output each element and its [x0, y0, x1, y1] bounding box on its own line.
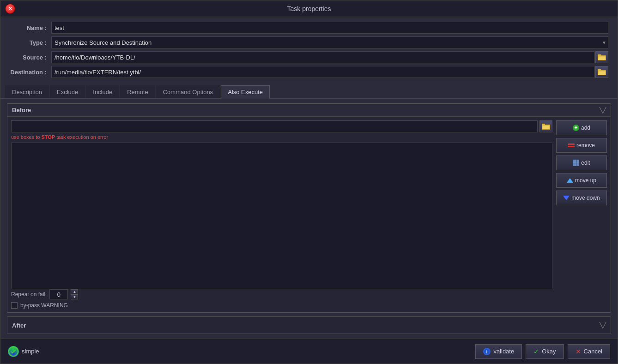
simple-button[interactable]: simple	[8, 346, 39, 357]
source-label: Source :	[10, 54, 51, 61]
destination-input-group	[51, 66, 608, 78]
name-label: Name :	[10, 24, 51, 31]
svg-marker-3	[598, 57, 606, 60]
tab-description[interactable]: Description	[5, 85, 49, 98]
folder-icon	[542, 123, 550, 130]
tab-also-execute[interactable]: Also Execute	[221, 85, 270, 99]
command-list[interactable]	[11, 143, 552, 289]
edit-label: edit	[581, 160, 590, 166]
warning-text: use boxes to STOP task execution on erro…	[11, 134, 552, 140]
tab-include[interactable]: Include	[86, 85, 119, 98]
after-collapse-icon[interactable]: ╲╱	[600, 322, 606, 328]
main-content: Before ╲╱	[0, 99, 618, 339]
bypass-checkbox[interactable]	[11, 302, 18, 309]
before-section-title: Before	[12, 107, 31, 113]
bottom-right-buttons: i validate ✓ Okay ✕ Cancel	[475, 344, 610, 359]
form-area: Name : Type : Synchronize Source and Des…	[0, 17, 618, 85]
arrow-up-icon	[567, 178, 573, 183]
window-title: Task properties	[287, 5, 331, 12]
move-down-button[interactable]: move down	[556, 191, 607, 205]
move-down-label: move down	[571, 195, 600, 201]
after-section: After ╲╱	[7, 316, 611, 334]
remove-button[interactable]: remove	[556, 138, 607, 153]
bypass-label: by-pass WARNING	[20, 302, 68, 309]
source-row: Source :	[10, 51, 608, 63]
spin-down-button[interactable]: ▼	[71, 294, 78, 299]
edit-icon	[573, 160, 579, 166]
repeat-label: Repeat on fail:	[11, 291, 47, 298]
type-select-wrap: Synchronize Source and Destination ▼	[51, 36, 608, 48]
spin-up-button[interactable]: ▲	[71, 289, 78, 294]
destination-row: Destination :	[10, 66, 608, 78]
validate-icon: i	[483, 348, 491, 355]
action-buttons: add remove	[556, 120, 607, 309]
okay-label: Okay	[542, 348, 556, 355]
bottom-bar: simple i validate ✓ Okay ✕ Cancel	[0, 339, 618, 364]
destination-folder-button[interactable]	[595, 66, 608, 78]
checkmark-icon: ✓	[533, 348, 539, 355]
folder-icon	[598, 69, 606, 75]
stop-word: STOP	[41, 134, 55, 140]
main-window: Task properties Name : Type : Synchroniz…	[0, 0, 618, 364]
add-button[interactable]: add	[556, 120, 607, 135]
cancel-label: Cancel	[584, 348, 602, 355]
name-input[interactable]	[51, 22, 608, 34]
name-row: Name :	[10, 22, 608, 34]
command-input-area: use boxes to STOP task execution on erro…	[11, 120, 552, 309]
collapse-icon[interactable]: ╲╱	[600, 107, 606, 113]
before-section: Before ╲╱	[7, 103, 611, 313]
remove-label: remove	[576, 142, 595, 149]
add-label: add	[581, 125, 590, 131]
okay-button[interactable]: ✓ Okay	[526, 344, 563, 359]
tab-command-options[interactable]: Command Options	[156, 85, 220, 98]
arrow-down-icon	[563, 196, 570, 200]
destination-label: Destination :	[10, 69, 51, 76]
command-input-row	[11, 120, 552, 132]
source-input-group	[51, 51, 608, 63]
remove-icon	[568, 143, 575, 147]
tab-exclude[interactable]: Exclude	[50, 85, 85, 98]
move-up-label: move up	[575, 177, 596, 184]
cancel-button[interactable]: ✕ Cancel	[568, 344, 610, 359]
after-section-title: After	[12, 322, 26, 329]
folder-icon	[598, 54, 606, 60]
x-icon: ✕	[576, 348, 581, 355]
spin-buttons: ▲ ▼	[71, 289, 78, 299]
titlebar: Task properties	[0, 0, 618, 17]
svg-marker-7	[598, 72, 606, 75]
before-section-header: Before ╲╱	[7, 104, 611, 117]
simple-label: simple	[22, 348, 39, 355]
type-row: Type : Synchronize Source and Destinatio…	[10, 36, 608, 48]
source-input[interactable]	[51, 51, 594, 63]
type-label: Type :	[10, 39, 51, 46]
svg-text:i: i	[486, 350, 488, 354]
destination-input[interactable]	[51, 66, 594, 78]
repeat-input[interactable]	[49, 289, 68, 299]
command-folder-button[interactable]	[539, 120, 552, 132]
close-button[interactable]	[5, 4, 15, 14]
bypass-row: by-pass WARNING	[11, 302, 552, 309]
tab-remote[interactable]: Remote	[120, 85, 155, 98]
simple-icon	[8, 346, 19, 357]
command-text-input[interactable]	[11, 120, 538, 132]
validate-label: validate	[493, 348, 514, 355]
move-up-button[interactable]: move up	[556, 173, 607, 188]
validate-button[interactable]: i validate	[475, 344, 522, 359]
repeat-row: Repeat on fail: ▲ ▼	[11, 289, 552, 299]
edit-button[interactable]: edit	[556, 155, 607, 170]
source-folder-button[interactable]	[595, 51, 608, 63]
svg-marker-11	[542, 126, 550, 129]
before-section-body: use boxes to STOP task execution on erro…	[7, 117, 611, 312]
add-icon	[573, 125, 579, 131]
type-select[interactable]: Synchronize Source and Destination	[51, 36, 608, 48]
tabs-bar: Description Exclude Include Remote Comma…	[0, 85, 618, 99]
